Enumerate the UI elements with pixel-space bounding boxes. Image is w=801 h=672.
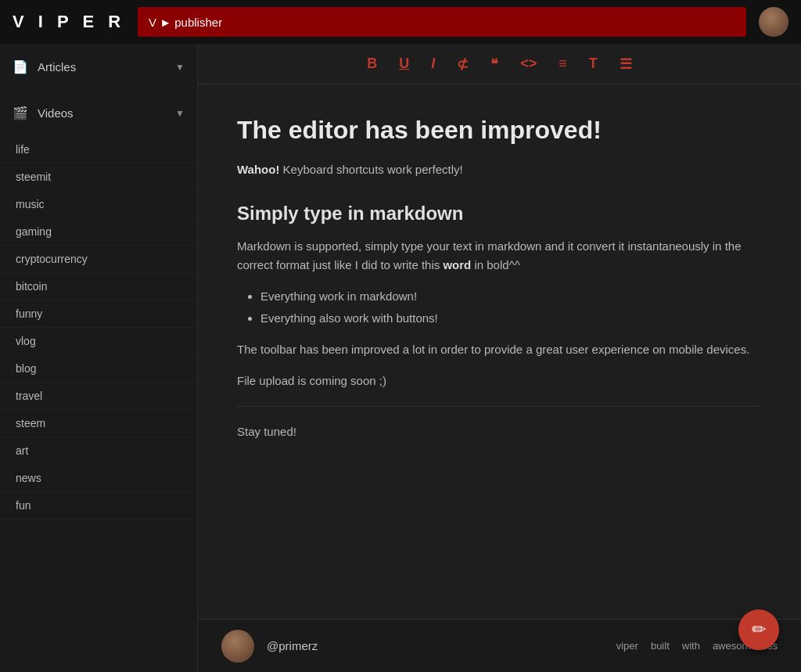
sidebar-tag-news[interactable]: news: [0, 465, 197, 492]
toolbar-para: The toolbar has been improved a lot in o…: [237, 340, 762, 359]
sidebar-tags-list: lifesteemitmusicgamingcryptocurrencybitc…: [0, 136, 197, 519]
para1-after: in bold^^: [471, 258, 519, 271]
top-navigation: V I P E R V ► publisher: [0, 0, 801, 44]
toolbar-align-button[interactable]: ≡: [551, 51, 575, 77]
sidebar-tag-funny[interactable]: funny: [0, 300, 197, 328]
sidebar-tag-fun[interactable]: fun: [0, 492, 197, 519]
edit-icon: ✏: [752, 620, 766, 640]
toolbar-blockquote-button[interactable]: ❝: [483, 51, 506, 77]
toolbar-code-button[interactable]: <>: [512, 51, 544, 77]
app-logo: V I P E R: [13, 12, 125, 32]
footer-tag-with: with: [682, 640, 700, 652]
wahoo-paragraph: Wahoo! Keyboard shortcuts work perfectly…: [237, 160, 762, 179]
author-username: @primerz: [267, 639, 604, 652]
toolbar-list-button[interactable]: ☰: [612, 51, 640, 77]
sidebar-tag-cryptocurrency[interactable]: cryptocurrency: [0, 246, 197, 273]
divider: [237, 406, 762, 407]
sidebar-tag-vlog[interactable]: vlog: [0, 328, 197, 355]
wahoo-label: Wahoo!: [237, 163, 279, 176]
list-item: Everything work in markdown!: [260, 287, 762, 306]
toolbar-bold-button[interactable]: B: [359, 51, 385, 77]
sidebar-videos-label: Videos: [38, 106, 74, 120]
compose-button[interactable]: ✏: [738, 609, 779, 650]
sidebar-item-videos[interactable]: 🎬 Videos ▼: [0, 98, 197, 128]
sidebar: 📄 Articles ▼ 🎬 Videos ▼ lifesteemitmusic…: [0, 44, 198, 672]
feature-list: Everything work in markdown!Everything a…: [260, 287, 762, 328]
footer-tag-viper: viper: [616, 640, 638, 652]
markdown-heading: Simply type in markdown: [237, 203, 762, 225]
sidebar-articles-label: Articles: [38, 60, 76, 74]
content-area: BUI⊄❝<>≡T☰ The editor has been improved!…: [198, 44, 801, 672]
sidebar-tag-bitcoin[interactable]: bitcoin: [0, 273, 197, 300]
sidebar-tag-music[interactable]: music: [0, 191, 197, 218]
toolbar-strikethrough-button[interactable]: ⊄: [449, 51, 476, 77]
stay-tuned-para: Stay tuned!: [237, 422, 762, 441]
sidebar-tag-travel[interactable]: travel: [0, 383, 197, 410]
sidebar-articles-section: 📄 Articles ▼: [0, 44, 197, 90]
chevron-down-icon-2: ▼: [175, 108, 185, 119]
sidebar-tag-blog[interactable]: blog: [0, 355, 197, 383]
sidebar-tag-steem[interactable]: steem: [0, 410, 197, 437]
markdown-para: Markdown is supported, simply type your …: [237, 237, 762, 275]
chevron-down-icon: ▼: [175, 62, 185, 73]
toolbar-underline-button[interactable]: U: [391, 51, 417, 77]
sidebar-tag-art[interactable]: art: [0, 437, 197, 465]
footer-tag-built: built: [651, 640, 670, 652]
breadcrumb[interactable]: V ► publisher: [138, 7, 746, 37]
editor-content[interactable]: The editor has been improved! Wahoo! Key…: [198, 84, 801, 619]
sidebar-videos-section: 🎬 Videos ▼: [0, 90, 197, 136]
wahoo-rest: Keyboard shortcuts work perfectly!: [279, 163, 462, 176]
videos-icon: 🎬: [13, 106, 28, 120]
author-footer: @primerz viperbuiltwithawesomeness: [198, 619, 801, 672]
sidebar-tag-life[interactable]: life: [0, 136, 197, 164]
author-avatar: [221, 630, 254, 663]
toolbar-heading-button[interactable]: T: [581, 51, 605, 77]
user-avatar[interactable]: [759, 7, 788, 37]
sidebar-tag-steemit[interactable]: steemit: [0, 164, 197, 191]
toolbar-italic-button[interactable]: I: [423, 51, 443, 77]
articles-icon: 📄: [13, 59, 28, 74]
main-layout: 📄 Articles ▼ 🎬 Videos ▼ lifesteemitmusic…: [0, 44, 801, 672]
list-item: Everything also work with buttons!: [260, 309, 762, 328]
file-upload-para: File upload is coming soon ;): [237, 372, 762, 390]
article-heading: The editor has been improved!: [237, 116, 762, 145]
sidebar-tag-gaming[interactable]: gaming: [0, 218, 197, 246]
editor-toolbar: BUI⊄❝<>≡T☰: [198, 44, 801, 84]
para1-bold: word: [443, 258, 471, 271]
sidebar-item-articles[interactable]: 📄 Articles ▼: [0, 52, 197, 82]
